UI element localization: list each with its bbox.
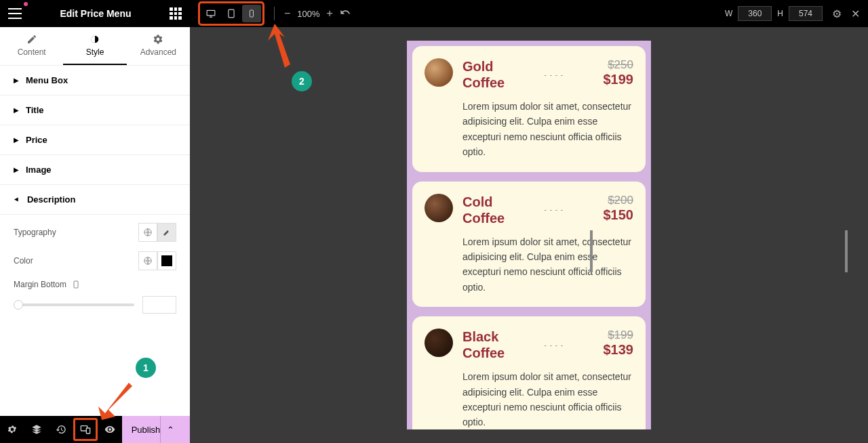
item-image [425,194,453,222]
item-name: ColdCoffee [462,194,505,226]
typography-label: Typography [14,228,56,237]
slider-thumb[interactable] [14,300,23,310]
zoom-reset-button[interactable] [340,7,351,20]
navigator-button[interactable] [24,416,49,443]
zoom-controls: − 100% + [284,7,351,20]
svg-rect-6 [207,10,215,16]
bottom-toolbar: Publish ⌃ [0,416,190,443]
divider [274,7,275,20]
history-icon [56,424,66,435]
item-description: Lorem ipsum dolor sit amet, consectetur … [462,369,633,429]
section-menu-box[interactable]: ▶Menu Box [0,66,190,96]
color-globe-button[interactable] [138,251,157,270]
typography-edit-button[interactable] [157,223,176,242]
tab-content[interactable]: Content [0,27,63,65]
old-price: $200 [603,194,633,207]
apps-grid-icon[interactable] [170,7,182,20]
menu-item-card: GoldCoffee - - - - $250$199 Lorem ipsum … [412,46,646,172]
layers-icon [31,424,42,435]
device-switcher [198,1,264,26]
item-name: GoldCoffee [462,58,505,91]
typography-globe-button[interactable] [138,223,157,242]
gear-icon [153,34,163,45]
zoom-out-button[interactable]: − [284,7,290,20]
item-name: BlackCoffee [462,329,505,361]
svg-rect-3 [74,281,78,288]
canvas-area: GoldCoffee - - - - $250$199 Lorem ipsum … [190,27,868,443]
settings-button[interactable] [0,416,24,443]
dimension-controls: W H ⚙ ✕ [725,6,860,21]
color-label: Color [14,256,33,266]
description-controls: Typography Color Margin Bottom [0,215,190,322]
mobile-device-button[interactable] [242,5,261,22]
viewport-resize-handle-left[interactable] [590,230,593,272]
section-title[interactable]: ▶Title [0,96,190,125]
hamburger-icon[interactable] [8,7,22,20]
margin-slider[interactable] [14,303,134,306]
section-price[interactable]: ▶Price [0,125,190,155]
history-button[interactable] [49,416,73,443]
globe-icon [143,256,153,266]
svg-rect-7 [229,9,234,18]
publish-button[interactable]: Publish ⌃ [122,416,190,443]
close-icon[interactable]: ✕ [851,7,860,20]
section-description[interactable]: ▼Description [0,185,190,215]
svg-rect-8 [250,10,254,17]
tab-style[interactable]: Style [63,27,126,65]
old-price: $250 [603,58,633,72]
editor-sidebar: Edit Price Menu Content Style Advanced ▶… [0,0,190,416]
responsive-icon [79,424,92,435]
gear-icon [7,424,18,435]
annotation-arrow-1 [95,379,136,420]
device-icon[interactable] [72,280,80,289]
style-icon [90,34,100,45]
panel-title: Edit Price Menu [22,8,170,19]
divider-dots: - - - - [545,71,564,79]
item-description: Lorem ipsum dolor sit amet, consectetur … [462,234,633,295]
desktop-icon [205,9,217,18]
pencil-icon [163,228,171,236]
divider-dots: - - - - [545,341,564,349]
annotation-badge-1: 1 [136,358,156,378]
section-image[interactable]: ▶Image [0,155,190,185]
margin-input[interactable] [142,296,176,314]
new-price: $139 [603,342,633,358]
height-label: H [777,9,783,18]
tablet-device-button[interactable] [222,5,241,22]
desktop-device-button[interactable] [201,5,220,22]
width-input[interactable] [738,6,772,21]
menu-item-card: ColdCoffee - - - - $200$150 Lorem ipsum … [412,182,646,308]
tab-advanced[interactable]: Advanced [127,27,190,65]
width-label: W [725,9,732,18]
viewport-resize-handle-right[interactable] [845,230,848,272]
tablet-icon [226,8,236,19]
publish-options-caret[interactable]: ⌃ [160,416,180,443]
editor-tabs: Content Style Advanced [0,27,190,66]
globe-icon [143,228,153,237]
eye-icon [104,424,116,435]
annotation-badge-2: 2 [292,71,312,91]
height-input[interactable] [789,6,823,21]
color-picker-button[interactable] [157,251,176,270]
item-image [425,329,453,357]
new-price: $150 [603,207,633,223]
preview-button[interactable] [98,416,122,443]
zoom-in-button[interactable]: + [327,7,333,20]
responsive-mode-button[interactable] [73,418,98,441]
item-description: Lorem ipsum dolor sit amet, consectetur … [462,99,633,160]
preview-topbar: − 100% + W H ⚙ ✕ [190,0,868,27]
sidebar-header: Edit Price Menu [0,0,190,27]
svg-rect-5 [86,428,90,434]
pencil-icon [26,34,37,45]
divider-dots: - - - - [545,206,564,213]
zoom-value: 100% [297,9,319,19]
notification-dot [24,2,28,6]
new-price: $199 [603,72,633,87]
settings-icon[interactable]: ⚙ [832,7,842,20]
mobile-icon [248,8,256,19]
margin-bottom-label: Margin Bottom [14,280,66,289]
undo-icon [340,7,351,18]
item-image [425,58,453,87]
annotation-arrow-2 [264,24,298,71]
old-price: $199 [603,329,633,342]
